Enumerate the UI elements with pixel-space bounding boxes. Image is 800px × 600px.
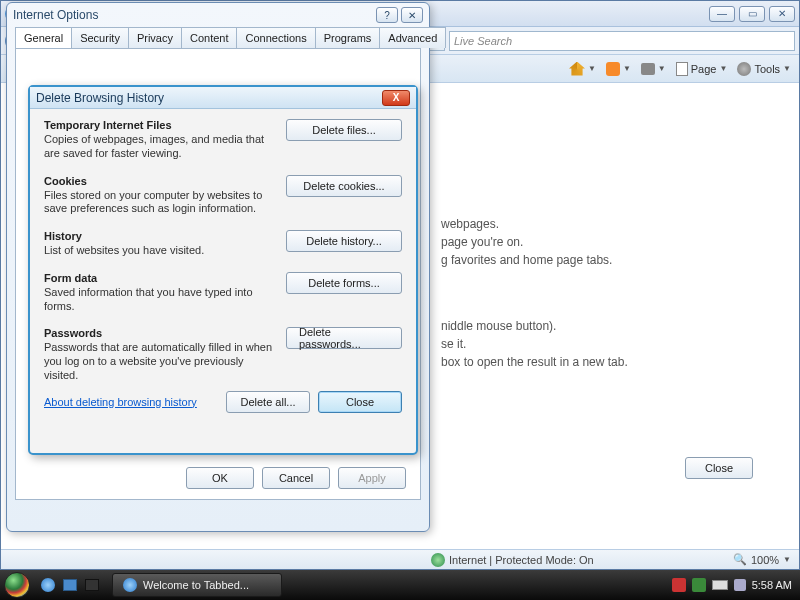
content-line: page you're on. bbox=[441, 235, 759, 249]
system-tray: 5:58 AM bbox=[664, 578, 800, 592]
heading: Temporary Internet Files bbox=[44, 119, 278, 131]
io-titlebar: Internet Options ? ✕ bbox=[7, 3, 429, 27]
rss-icon bbox=[606, 62, 620, 76]
desktop-icon bbox=[63, 579, 77, 591]
status-bar: Internet | Protected Mode: On 🔍 100% ▼ bbox=[1, 549, 799, 569]
windows-orb-icon bbox=[4, 572, 30, 598]
apply-button[interactable]: Apply bbox=[338, 467, 406, 489]
clock[interactable]: 5:58 AM bbox=[752, 579, 792, 591]
description: List of websites you have visited. bbox=[44, 244, 278, 258]
tray-volume-icon[interactable] bbox=[734, 579, 746, 591]
description: Passwords that are automatically filled … bbox=[44, 341, 278, 382]
dbh-titlebar: Delete Browsing History X bbox=[30, 87, 416, 109]
section-form-data: Form dataSaved information that you have… bbox=[44, 272, 402, 314]
content-line: g favorites and home page tabs. bbox=[441, 253, 759, 267]
ie-icon bbox=[41, 578, 55, 592]
delete-history-button[interactable]: Delete history... bbox=[286, 230, 402, 252]
section-passwords: PasswordsPasswords that are automaticall… bbox=[44, 327, 402, 382]
tab-privacy[interactable]: Privacy bbox=[128, 27, 182, 48]
zoom-control[interactable]: 🔍 100% ▼ bbox=[723, 553, 799, 566]
globe-icon bbox=[431, 553, 445, 567]
tray-network-icon[interactable] bbox=[692, 578, 706, 592]
feeds-button[interactable]: ▼ bbox=[606, 62, 631, 76]
tools-menu[interactable]: Tools▼ bbox=[737, 62, 791, 76]
status-text: Internet | Protected Mode: On bbox=[449, 554, 594, 566]
dbh-footer: About deleting browsing history Delete a… bbox=[44, 391, 402, 413]
tray-security-icon[interactable] bbox=[672, 578, 686, 592]
ql-switch[interactable] bbox=[82, 574, 102, 596]
delete-cookies-button[interactable]: Delete cookies... bbox=[286, 175, 402, 197]
heading: History bbox=[44, 230, 278, 242]
description: Files stored on your computer by website… bbox=[44, 189, 278, 217]
ql-desktop[interactable] bbox=[60, 574, 80, 596]
delete-forms-button[interactable]: Delete forms... bbox=[286, 272, 402, 294]
io-close-button[interactable]: ✕ bbox=[401, 7, 423, 23]
security-zone: Internet | Protected Mode: On bbox=[421, 553, 604, 567]
section-cookies: CookiesFiles stored on your computer by … bbox=[44, 175, 402, 217]
content-line: se it. bbox=[441, 337, 759, 351]
dbh-title-text: Delete Browsing History bbox=[36, 91, 382, 105]
description: Saved information that you have typed in… bbox=[44, 286, 278, 314]
ok-button[interactable]: OK bbox=[186, 467, 254, 489]
ie-icon bbox=[123, 578, 137, 592]
close-button[interactable]: ✕ bbox=[769, 6, 795, 22]
tab-general[interactable]: General bbox=[15, 27, 72, 48]
tab-connections[interactable]: Connections bbox=[236, 27, 315, 48]
switch-icon bbox=[85, 579, 99, 591]
gear-icon bbox=[737, 62, 751, 76]
minimize-button[interactable]: — bbox=[709, 6, 735, 22]
dbh-body: Temporary Internet FilesCopies of webpag… bbox=[30, 109, 416, 421]
quick-launch bbox=[34, 574, 106, 596]
delete-files-button[interactable]: Delete files... bbox=[286, 119, 402, 141]
tray-battery-icon[interactable] bbox=[712, 580, 728, 590]
about-link[interactable]: About deleting browsing history bbox=[44, 396, 197, 408]
dbh-close-button[interactable]: Close bbox=[318, 391, 402, 413]
section-temp-files: Temporary Internet FilesCopies of webpag… bbox=[44, 119, 402, 161]
page-menu[interactable]: Page▼ bbox=[676, 62, 728, 76]
description: Copies of webpages, images, and media th… bbox=[44, 133, 278, 161]
heading: Cookies bbox=[44, 175, 278, 187]
tab-content[interactable]: Content bbox=[181, 27, 238, 48]
heading: Passwords bbox=[44, 327, 278, 339]
delete-browsing-history-dialog: Delete Browsing History X Temporary Inte… bbox=[28, 85, 418, 455]
tab-advanced[interactable]: Advanced bbox=[379, 27, 446, 48]
cancel-button[interactable]: Cancel bbox=[262, 467, 330, 489]
print-button[interactable]: ▼ bbox=[641, 63, 666, 75]
search-placeholder: Live Search bbox=[454, 35, 512, 47]
io-title-text: Internet Options bbox=[13, 8, 373, 22]
content-line: niddle mouse button). bbox=[441, 319, 759, 333]
task-label: Welcome to Tabbed... bbox=[143, 579, 249, 591]
zoom-value: 100% bbox=[751, 554, 779, 566]
tools-label: Tools bbox=[754, 63, 780, 75]
io-tabs: General Security Privacy Content Connect… bbox=[7, 27, 429, 48]
home-icon bbox=[569, 62, 585, 76]
section-history: HistoryList of websites you have visited… bbox=[44, 230, 402, 258]
ql-ie[interactable] bbox=[38, 574, 58, 596]
help-button[interactable]: ? bbox=[376, 7, 398, 23]
dbh-close-x[interactable]: X bbox=[382, 90, 410, 106]
delete-passwords-button[interactable]: Delete passwords... bbox=[286, 327, 402, 349]
start-button[interactable] bbox=[0, 570, 34, 600]
search-input[interactable]: Live Search bbox=[449, 31, 795, 51]
delete-all-button[interactable]: Delete all... bbox=[226, 391, 310, 413]
home-button[interactable]: ▼ bbox=[569, 62, 596, 76]
page-icon bbox=[676, 62, 688, 76]
task-ie-window[interactable]: Welcome to Tabbed... bbox=[112, 573, 282, 597]
tab-security[interactable]: Security bbox=[71, 27, 129, 48]
content-close-button[interactable]: Close bbox=[685, 457, 753, 479]
page-label: Page bbox=[691, 63, 717, 75]
heading: Form data bbox=[44, 272, 278, 284]
content-line: box to open the result in a new tab. bbox=[441, 355, 759, 369]
taskbar: Welcome to Tabbed... 5:58 AM bbox=[0, 570, 800, 600]
print-icon bbox=[641, 63, 655, 75]
maximize-button[interactable]: ▭ bbox=[739, 6, 765, 22]
content-line: webpages. bbox=[441, 217, 759, 231]
tab-programs[interactable]: Programs bbox=[315, 27, 381, 48]
